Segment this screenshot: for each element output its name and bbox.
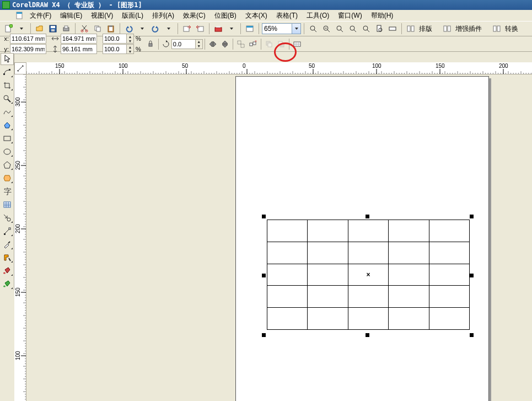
svg-text:字: 字 xyxy=(4,188,12,196)
app-launcher-dropdown[interactable] xyxy=(225,23,238,35)
width-input[interactable] xyxy=(61,34,97,44)
handle-sw[interactable] xyxy=(262,333,266,337)
imposition-label[interactable]: 排版 xyxy=(418,24,433,34)
handle-se[interactable] xyxy=(470,333,474,337)
enhance-icon[interactable] xyxy=(441,23,453,35)
scale-x-input[interactable] xyxy=(103,34,127,44)
menu-item[interactable]: 文本(X) xyxy=(241,10,272,22)
dimension-tool[interactable] xyxy=(1,212,14,224)
zoom-page-button[interactable] xyxy=(373,23,385,35)
zoom-all-button[interactable] xyxy=(360,23,372,35)
svg-text:200: 200 xyxy=(15,224,21,233)
convert-curves-button[interactable] xyxy=(291,38,303,50)
export-button[interactable] xyxy=(194,23,206,35)
convert-icon[interactable] xyxy=(491,23,503,35)
handle-w[interactable] xyxy=(262,274,266,277)
menu-item[interactable]: 窗口(W) xyxy=(334,10,366,22)
shape-tool[interactable] xyxy=(1,66,14,78)
mirror-v-button[interactable] xyxy=(219,38,231,50)
table-tool[interactable] xyxy=(1,199,14,211)
handle-s[interactable] xyxy=(366,333,369,337)
menu-item[interactable]: 位图(B) xyxy=(210,10,241,22)
outline-tool[interactable] xyxy=(1,252,14,264)
save-button[interactable] xyxy=(47,23,59,35)
scale-y-spinner[interactable]: ▲▼ xyxy=(127,44,134,54)
menu-item[interactable]: 编辑(E) xyxy=(56,10,87,22)
eyedropper-tool[interactable] xyxy=(1,238,14,250)
copy-button[interactable] xyxy=(92,23,104,35)
fill-tool[interactable] xyxy=(1,265,14,277)
paste-button[interactable] xyxy=(105,23,117,35)
menu-item[interactable]: 文件(F) xyxy=(25,10,56,22)
new-button[interactable] xyxy=(2,23,14,35)
menu-item[interactable]: 工具(O) xyxy=(302,10,334,22)
zoom-width-button[interactable] xyxy=(386,23,399,35)
canvas-area[interactable]: × xyxy=(26,74,532,401)
menu-item[interactable]: 视图(V) xyxy=(87,10,117,22)
ruler-horizontal[interactable]: 15010050050100150200250 xyxy=(26,62,532,74)
handle-nw[interactable] xyxy=(262,215,266,218)
welcome-button[interactable] xyxy=(244,23,256,35)
mirror-h-button[interactable] xyxy=(207,38,219,50)
svg-text:100: 100 xyxy=(15,351,21,360)
enhance-label[interactable]: 增强插件 xyxy=(454,24,483,34)
redo-button[interactable] xyxy=(149,23,162,35)
print-button[interactable] xyxy=(60,23,72,35)
import-button[interactable] xyxy=(181,23,193,35)
interactive-fill-tool[interactable] xyxy=(1,278,14,290)
polygon-tool[interactable] xyxy=(1,159,14,171)
y-position-input[interactable] xyxy=(10,44,46,54)
open-button[interactable] xyxy=(34,23,46,35)
new-dropdown[interactable] xyxy=(15,23,28,35)
ruler-origin[interactable] xyxy=(14,62,26,74)
property-bar: x: y: ▲▼ % ▲▼ % ▲▼ xyxy=(0,36,532,52)
menu-item[interactable]: 表格(T) xyxy=(272,10,302,22)
scale-x-spinner[interactable]: ▲▼ xyxy=(127,34,134,44)
ungroup-button[interactable] xyxy=(235,38,247,50)
zoom-in-button[interactable] xyxy=(307,23,319,35)
redo-dropdown[interactable] xyxy=(163,23,175,35)
rectangle-tool[interactable] xyxy=(1,132,14,145)
to-back-button[interactable] xyxy=(275,38,287,50)
zoom-out-button[interactable] xyxy=(320,23,332,35)
smart-fill-tool[interactable] xyxy=(1,119,14,131)
app-launcher-button[interactable] xyxy=(212,23,224,35)
handle-e[interactable] xyxy=(470,274,474,277)
zoom-dropdown[interactable] xyxy=(292,23,301,34)
cut-button[interactable] xyxy=(78,23,90,35)
menu-item[interactable]: 效果(C) xyxy=(179,10,210,22)
handle-n[interactable] xyxy=(366,215,369,218)
zoom-100-button[interactable] xyxy=(334,23,346,35)
pasteboard[interactable]: × xyxy=(26,74,532,401)
x-position-input[interactable] xyxy=(10,34,46,44)
pick-tool[interactable] xyxy=(1,53,14,65)
zoom-combo[interactable] xyxy=(262,23,301,34)
lock-ratio-button[interactable] xyxy=(144,38,157,50)
ruler-vertical[interactable]: 300250200150100 xyxy=(14,74,26,401)
text-tool[interactable]: 字 xyxy=(1,185,14,197)
zoom-tool[interactable] xyxy=(1,93,14,105)
rotation-spinner[interactable]: ▲▼ xyxy=(196,39,203,49)
svg-rect-43 xyxy=(268,43,272,47)
rotation-input[interactable] xyxy=(171,39,196,49)
scale-y-input[interactable] xyxy=(103,44,127,54)
convert-label[interactable]: 转换 xyxy=(504,24,519,34)
freehand-tool[interactable] xyxy=(1,106,14,118)
ellipse-tool[interactable] xyxy=(1,146,14,158)
ungroup-all-button[interactable]: × xyxy=(247,38,259,50)
interactive-tool[interactable] xyxy=(1,225,14,237)
crop-tool[interactable] xyxy=(1,79,14,92)
imposition-icon[interactable] xyxy=(405,23,417,35)
undo-dropdown[interactable] xyxy=(136,23,148,35)
handle-ne[interactable] xyxy=(470,215,474,218)
table-object[interactable]: × xyxy=(267,220,470,330)
height-input[interactable] xyxy=(61,44,97,54)
menu-item[interactable]: 帮助(H) xyxy=(367,10,398,22)
zoom-input[interactable] xyxy=(262,23,292,34)
menu-item[interactable]: 排列(A) xyxy=(148,10,179,22)
menu-item[interactable]: 版面(L) xyxy=(117,10,148,22)
undo-button[interactable] xyxy=(123,23,135,35)
zoom-selection-button[interactable] xyxy=(347,23,359,35)
to-front-button[interactable] xyxy=(263,38,275,50)
basic-shape-tool[interactable] xyxy=(1,172,14,184)
